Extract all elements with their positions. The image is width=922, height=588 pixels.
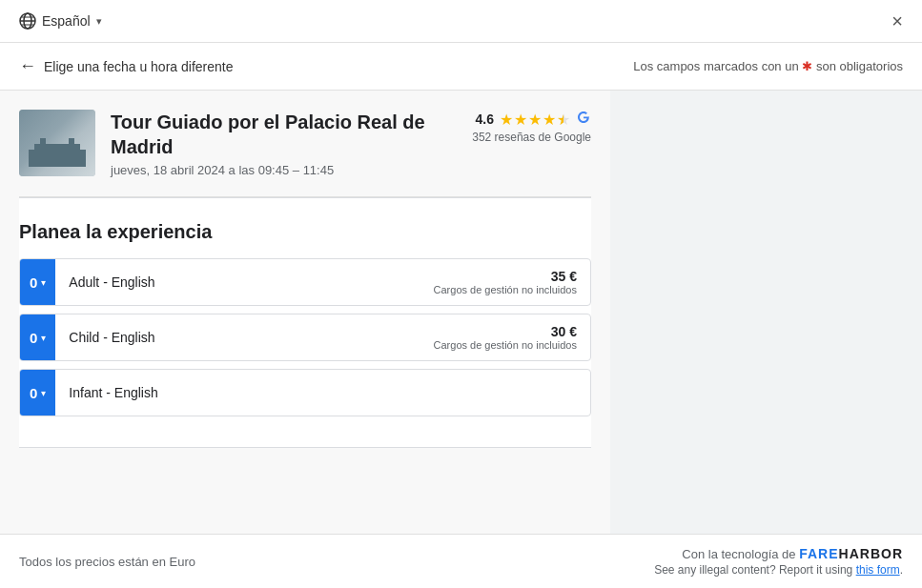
required-star: ✱ [802, 59, 816, 73]
ticket-label-child: Child - English [55, 330, 420, 345]
language-selector[interactable]: Español ▾ [19, 12, 102, 30]
qty-selector-adult[interactable]: 0 ▾ [20, 259, 55, 305]
tour-rating: 4.6 ★ ★ ★ ★ ★ ★ [472, 110, 591, 144]
tour-date: jueves, 18 abril 2024 a las 09:45 – 11:4… [111, 163, 472, 177]
tour-title: Tour Guiado por el Palacio Real de Madri… [111, 110, 472, 159]
back-label: Elige una fecha u hora diferente [44, 59, 233, 74]
star-3: ★ [528, 111, 542, 129]
star-1: ★ [500, 111, 513, 129]
fareharbor-link[interactable]: Con la tecnología de FAREHARBOR [682, 546, 903, 561]
nav-bar: ← Elige una fecha u hora diferente Los c… [0, 43, 922, 91]
page-layout: Tour Guiado por el Palacio Real de Madri… [0, 91, 922, 555]
back-arrow-icon: ← [19, 56, 36, 76]
top-bar: Español ▾ × [0, 0, 922, 43]
footer-right: Con la tecnología de FAREHARBOR See any … [654, 546, 903, 577]
qty-selector-child[interactable]: 0 ▾ [20, 314, 55, 360]
qty-arrow-infant: ▾ [41, 388, 46, 398]
back-link[interactable]: ← Elige una fecha u hora diferente [19, 56, 233, 76]
ticket-row-child: 0 ▾ Child - English 30 € Cargos de gesti… [19, 314, 591, 361]
qty-adult: 0 [30, 274, 37, 291]
qty-arrow-adult: ▾ [41, 277, 46, 288]
fareharbor-brand: FAREHARBOR [799, 546, 903, 561]
illegal-link[interactable]: this form [856, 563, 900, 577]
ticket-row-adult: 0 ▾ Adult - English 35 € Cargos de gesti… [19, 258, 591, 306]
close-button[interactable]: × [891, 11, 903, 30]
language-label: Español [42, 13, 91, 29]
illegal-content: See any illegal content? Report it using… [654, 563, 903, 577]
footer-prices-note: Todos los precios están en Euro [19, 555, 195, 569]
stars: ★ ★ ★ ★ ★ ★ [500, 111, 570, 129]
star-2: ★ [514, 111, 527, 129]
tour-info: Tour Guiado por el Palacio Real de Madri… [111, 110, 472, 177]
left-panel: Tour Guiado por el Palacio Real de Madri… [0, 91, 610, 555]
qty-infant: 0 [30, 385, 37, 401]
rating-number: 4.6 [476, 112, 494, 127]
required-note: Los campos marcados con un ✱ son obligat… [633, 59, 903, 73]
plan-section: Planea la experiencia 0 ▾ Adult - Englis… [19, 197, 591, 448]
star-5-half: ★ ★ [557, 111, 570, 129]
star-4: ★ [543, 111, 556, 129]
right-panel [610, 91, 922, 555]
ticket-label-adult: Adult - English [55, 274, 420, 290]
reviews-count: 352 reseñas de Google [472, 131, 591, 144]
ticket-row-infant: 0 ▾ Infant - English [19, 369, 591, 416]
qty-arrow-child: ▾ [41, 333, 46, 343]
ticket-price-adult: 35 € Cargos de gestión no incluidos [420, 269, 590, 295]
qty-selector-infant[interactable]: 0 ▾ [20, 370, 55, 416]
ticket-label-infant: Infant - English [55, 385, 563, 400]
globe-icon [19, 12, 36, 30]
google-logo [576, 110, 591, 129]
tour-thumbnail [19, 110, 95, 176]
qty-child: 0 [30, 330, 37, 346]
plan-title: Planea la experiencia [19, 221, 591, 243]
footer: Todos los precios están en Euro Con la t… [0, 534, 922, 588]
tour-header: Tour Guiado por el Palacio Real de Madri… [19, 91, 591, 197]
language-arrow: ▾ [96, 15, 102, 28]
ticket-price-child: 30 € Cargos de gestión no incluidos [420, 324, 590, 351]
